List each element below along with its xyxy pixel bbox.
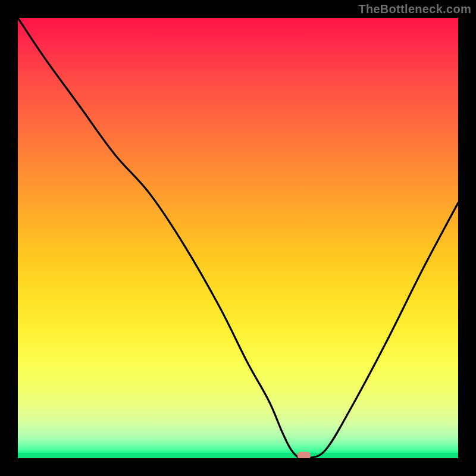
bottleneck-curve-svg	[18, 18, 458, 458]
plot-area	[18, 18, 458, 458]
watermark-text: TheBottleneck.com	[358, 2, 471, 16]
optimal-point-marker	[298, 452, 311, 458]
chart-frame: TheBottleneck.com	[0, 0, 476, 476]
bottleneck-curve-line	[18, 18, 458, 458]
